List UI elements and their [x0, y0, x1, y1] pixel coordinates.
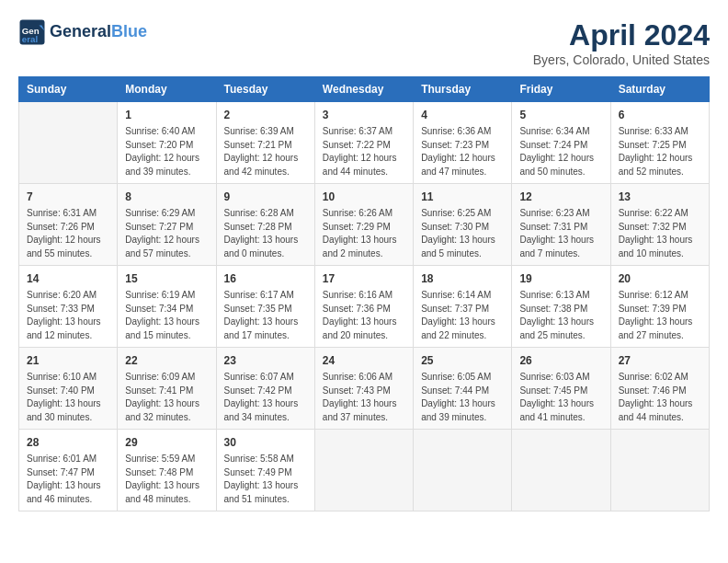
cell-content: Sunrise: 6:03 AMSunset: 7:45 PMDaylight:… — [519, 371, 602, 424]
table-cell — [414, 430, 512, 511]
day-number: 8 — [125, 189, 208, 205]
cell-content: Sunrise: 6:02 AMSunset: 7:46 PMDaylight:… — [619, 371, 701, 424]
cell-content: Sunrise: 6:28 AMSunset: 7:28 PMDaylight:… — [224, 207, 307, 260]
table-cell: 17Sunrise: 6:16 AMSunset: 7:36 PMDayligh… — [314, 266, 413, 348]
cell-content: Sunrise: 6:39 AMSunset: 7:21 PMDaylight:… — [224, 125, 307, 178]
table-cell: 27Sunrise: 6:02 AMSunset: 7:46 PMDayligh… — [610, 348, 709, 430]
cell-content: Sunrise: 6:06 AMSunset: 7:43 PMDaylight:… — [323, 371, 405, 424]
table-cell: 4Sunrise: 6:36 AMSunset: 7:23 PMDaylight… — [414, 102, 512, 184]
table-cell: 20Sunrise: 6:12 AMSunset: 7:39 PMDayligh… — [610, 266, 709, 348]
table-cell: 1Sunrise: 6:40 AMSunset: 7:20 PMDaylight… — [118, 102, 216, 184]
table-cell: 16Sunrise: 6:17 AMSunset: 7:35 PMDayligh… — [216, 266, 314, 348]
week-row-4: 21Sunrise: 6:10 AMSunset: 7:40 PMDayligh… — [19, 348, 710, 430]
page-header: Gen eral GeneralBlue April 2024 Byers, C… — [18, 18, 710, 67]
table-cell: 11Sunrise: 6:25 AMSunset: 7:30 PMDayligh… — [414, 184, 512, 266]
table-cell: 12Sunrise: 6:23 AMSunset: 7:31 PMDayligh… — [512, 184, 610, 266]
table-cell — [314, 430, 413, 511]
title-block: April 2024 Byers, Colorado, United State… — [533, 18, 710, 67]
table-cell: 13Sunrise: 6:22 AMSunset: 7:32 PMDayligh… — [610, 184, 709, 266]
day-number: 19 — [519, 270, 602, 287]
cell-content: Sunrise: 5:58 AMSunset: 7:49 PMDaylight:… — [224, 453, 307, 506]
cell-content: Sunrise: 6:07 AMSunset: 7:42 PMDaylight:… — [224, 371, 307, 424]
month-title: April 2024 — [533, 18, 710, 52]
cell-content: Sunrise: 6:12 AMSunset: 7:39 PMDaylight:… — [619, 289, 701, 342]
logo-text: GeneralBlue — [50, 23, 147, 41]
day-number: 28 — [27, 434, 109, 451]
cell-content: Sunrise: 6:16 AMSunset: 7:36 PMDaylight:… — [323, 289, 405, 342]
cell-content: Sunrise: 6:31 AMSunset: 7:26 PMDaylight:… — [27, 207, 109, 260]
table-cell: 30Sunrise: 5:58 AMSunset: 7:49 PMDayligh… — [216, 430, 314, 511]
col-saturday: Saturday — [610, 77, 709, 102]
day-number: 12 — [519, 189, 602, 205]
day-number: 7 — [27, 189, 109, 205]
table-cell: 25Sunrise: 6:05 AMSunset: 7:44 PMDayligh… — [414, 348, 512, 430]
table-cell: 22Sunrise: 6:09 AMSunset: 7:41 PMDayligh… — [118, 348, 216, 430]
day-number: 15 — [125, 270, 208, 287]
col-friday: Friday — [512, 77, 610, 102]
table-cell: 28Sunrise: 6:01 AMSunset: 7:47 PMDayligh… — [19, 430, 118, 511]
logo-line2: Blue — [111, 22, 147, 40]
cell-content: Sunrise: 6:22 AMSunset: 7:32 PMDaylight:… — [619, 207, 701, 260]
week-row-1: 1Sunrise: 6:40 AMSunset: 7:20 PMDaylight… — [19, 102, 710, 184]
cell-content: Sunrise: 6:34 AMSunset: 7:24 PMDaylight:… — [519, 125, 602, 178]
day-number: 20 — [619, 270, 701, 287]
day-number: 23 — [224, 352, 307, 369]
day-number: 11 — [421, 189, 504, 205]
week-row-5: 28Sunrise: 6:01 AMSunset: 7:47 PMDayligh… — [19, 430, 710, 511]
day-number: 5 — [519, 107, 602, 123]
cell-content: Sunrise: 6:23 AMSunset: 7:31 PMDaylight:… — [519, 207, 602, 260]
table-cell — [512, 430, 610, 511]
cell-content: Sunrise: 6:37 AMSunset: 7:22 PMDaylight:… — [323, 125, 405, 178]
day-number: 30 — [224, 434, 307, 451]
logo-icon: Gen eral — [18, 18, 46, 46]
cell-content: Sunrise: 6:01 AMSunset: 7:47 PMDaylight:… — [27, 453, 109, 506]
logo-line1: General — [50, 22, 111, 40]
day-number: 29 — [125, 434, 208, 451]
col-wednesday: Wednesday — [314, 77, 413, 102]
svg-text:eral: eral — [22, 34, 39, 44]
cell-content: Sunrise: 6:05 AMSunset: 7:44 PMDaylight:… — [421, 371, 504, 424]
table-cell: 7Sunrise: 6:31 AMSunset: 7:26 PMDaylight… — [19, 184, 118, 266]
cell-content: Sunrise: 6:13 AMSunset: 7:38 PMDaylight:… — [519, 289, 602, 342]
cell-content: Sunrise: 6:26 AMSunset: 7:29 PMDaylight:… — [323, 207, 405, 260]
cell-content: Sunrise: 6:09 AMSunset: 7:41 PMDaylight:… — [125, 371, 208, 424]
day-number: 2 — [224, 107, 307, 123]
day-number: 6 — [619, 107, 701, 123]
day-number: 25 — [421, 352, 504, 369]
table-cell: 18Sunrise: 6:14 AMSunset: 7:37 PMDayligh… — [414, 266, 512, 348]
day-number: 4 — [421, 107, 504, 123]
day-number: 1 — [125, 107, 208, 123]
table-cell: 24Sunrise: 6:06 AMSunset: 7:43 PMDayligh… — [314, 348, 413, 430]
table-cell: 23Sunrise: 6:07 AMSunset: 7:42 PMDayligh… — [216, 348, 314, 430]
table-cell — [19, 102, 118, 184]
day-number: 17 — [323, 270, 405, 287]
col-sunday: Sunday — [19, 77, 118, 102]
day-number: 26 — [519, 352, 602, 369]
day-number: 16 — [224, 270, 307, 287]
day-number: 10 — [323, 189, 405, 205]
table-cell: 10Sunrise: 6:26 AMSunset: 7:29 PMDayligh… — [314, 184, 413, 266]
week-row-2: 7Sunrise: 6:31 AMSunset: 7:26 PMDaylight… — [19, 184, 710, 266]
day-number: 9 — [224, 189, 307, 205]
table-cell: 29Sunrise: 5:59 AMSunset: 7:48 PMDayligh… — [118, 430, 216, 511]
day-number: 18 — [421, 270, 504, 287]
cell-content: Sunrise: 6:14 AMSunset: 7:37 PMDaylight:… — [421, 289, 504, 342]
cell-content: Sunrise: 6:17 AMSunset: 7:35 PMDaylight:… — [224, 289, 307, 342]
location: Byers, Colorado, United States — [533, 52, 710, 67]
day-number: 22 — [125, 352, 208, 369]
cell-content: Sunrise: 6:29 AMSunset: 7:27 PMDaylight:… — [125, 207, 208, 260]
cell-content: Sunrise: 6:10 AMSunset: 7:40 PMDaylight:… — [27, 371, 109, 424]
col-tuesday: Tuesday — [216, 77, 314, 102]
table-cell: 14Sunrise: 6:20 AMSunset: 7:33 PMDayligh… — [19, 266, 118, 348]
cell-content: Sunrise: 6:25 AMSunset: 7:30 PMDaylight:… — [421, 207, 504, 260]
cell-content: Sunrise: 6:33 AMSunset: 7:25 PMDaylight:… — [619, 125, 701, 178]
table-cell: 19Sunrise: 6:13 AMSunset: 7:38 PMDayligh… — [512, 266, 610, 348]
day-number: 14 — [27, 270, 109, 287]
cell-content: Sunrise: 5:59 AMSunset: 7:48 PMDaylight:… — [125, 453, 208, 506]
table-cell — [610, 430, 709, 511]
day-number: 13 — [619, 189, 701, 205]
table-cell: 3Sunrise: 6:37 AMSunset: 7:22 PMDaylight… — [314, 102, 413, 184]
day-number: 24 — [323, 352, 405, 369]
table-cell: 15Sunrise: 6:19 AMSunset: 7:34 PMDayligh… — [118, 266, 216, 348]
cell-content: Sunrise: 6:19 AMSunset: 7:34 PMDaylight:… — [125, 289, 208, 342]
